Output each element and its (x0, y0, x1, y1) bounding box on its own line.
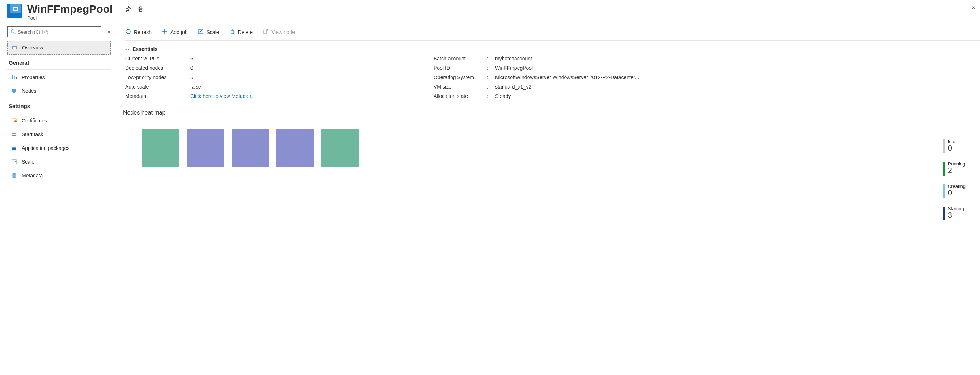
sidebar-item-app-packages[interactable]: Application packages (7, 141, 111, 155)
start-task-icon (11, 131, 18, 137)
sidebar-item-label: Certificates (22, 118, 47, 123)
heatmap-title: Nodes heat map (123, 109, 980, 116)
sidebar-item-certificates[interactable]: Certificates (7, 114, 111, 128)
scale-button[interactable]: Scale (198, 28, 219, 35)
sidebar-item-label: Overview (22, 45, 43, 51)
delete-button[interactable]: Delete (229, 28, 253, 35)
ess-label: Metadata (125, 93, 180, 99)
essentials-label: Essentials (132, 46, 158, 52)
ess-value-batchaccount: mybatchaccount (495, 55, 639, 62)
essentials-right: Batch account : mybatchaccount Pool ID :… (434, 55, 639, 99)
print-icon[interactable] (137, 5, 145, 13)
button-label: Add job (170, 29, 188, 35)
sidebar-item-properties[interactable]: Properties (7, 70, 111, 84)
page-title: WinFFmpegPool (27, 4, 113, 14)
essentials-toggle[interactable]: ︿ Essentials (125, 46, 980, 52)
essentials-left: Current vCPUs : 5 Dedicated nodes : 0 Lo… (125, 55, 253, 99)
toolbar: Refresh Add job Scale Delete (125, 24, 980, 41)
collapse-sidebar-icon[interactable]: « (108, 28, 111, 35)
button-label: Refresh (134, 29, 152, 35)
heatmap-node[interactable] (232, 129, 269, 166)
heatmap (125, 129, 980, 166)
heatmap-node[interactable] (321, 129, 359, 166)
ess-label: Auto scale (125, 84, 180, 90)
svg-rect-3 (14, 8, 18, 10)
svg-rect-5 (140, 6, 142, 8)
sidebar-group-settings: Settings (7, 98, 111, 112)
pool-icon (7, 4, 22, 18)
button-label: Delete (238, 29, 253, 35)
essentials-grid: Current vCPUs : 5 Dedicated nodes : 0 Lo… (125, 55, 980, 99)
svg-point-7 (11, 29, 14, 33)
svg-rect-14 (12, 89, 16, 92)
app-packages-icon (11, 145, 18, 151)
ess-value-lowpriority: 5 (190, 74, 253, 80)
svg-point-17 (14, 120, 17, 122)
external-icon (263, 28, 269, 35)
legend-count: 0 (948, 144, 955, 152)
heatmap-tiles (142, 129, 359, 166)
divider (7, 113, 111, 113)
sidebar-item-label: Application packages (22, 145, 70, 151)
button-label: Scale (207, 29, 219, 35)
scale-icon (11, 159, 18, 165)
svg-line-8 (14, 32, 16, 33)
heatmap-node[interactable] (142, 129, 180, 166)
svg-point-23 (12, 173, 16, 175)
search-icon (11, 29, 16, 35)
sidebar: « Overview General Properties Nodes Sett… (7, 24, 111, 182)
svg-rect-29 (231, 30, 234, 33)
sidebar-item-label: Metadata (22, 173, 43, 179)
legend-color-idle (943, 139, 945, 153)
legend-starting: Starting 3 (943, 206, 966, 222)
svg-point-25 (12, 176, 16, 178)
close-icon[interactable]: × (971, 4, 976, 12)
heatmap-node[interactable] (277, 129, 314, 166)
sidebar-item-overview[interactable]: Overview (7, 41, 111, 55)
ess-value-os: MicrosoftWindowsServer WindowsServer 201… (495, 74, 639, 80)
ess-label: Operating System (434, 74, 484, 80)
pin-icon[interactable] (124, 5, 131, 13)
ess-value-vcpus: 5 (190, 55, 253, 62)
legend-color-starting (943, 207, 945, 220)
metadata-icon (11, 173, 18, 179)
sidebar-item-label: Scale (22, 159, 34, 165)
button-label: View node (271, 29, 295, 35)
page-header: WinFFmpegPool Pool (0, 0, 980, 24)
legend-count: 0 (948, 189, 966, 197)
legend-count: 2 (948, 166, 965, 174)
view-node-button: View node (263, 28, 295, 35)
heatmap-node[interactable] (187, 129, 224, 166)
divider (7, 70, 111, 70)
search-box[interactable] (7, 26, 101, 37)
ess-label: Allocation state (434, 93, 484, 99)
sidebar-item-start-task[interactable]: Start task (7, 128, 111, 141)
svg-rect-15 (13, 92, 15, 93)
legend-color-creating (943, 184, 945, 198)
refresh-button[interactable]: Refresh (125, 28, 152, 35)
properties-icon (11, 74, 18, 80)
metadata-link[interactable]: Click here to view Metadata (190, 93, 253, 99)
svg-rect-12 (14, 76, 15, 79)
sidebar-item-nodes[interactable]: Nodes (7, 84, 111, 98)
svg-point-24 (12, 175, 16, 176)
sidebar-item-label: Properties (22, 74, 45, 80)
search-input[interactable] (18, 29, 98, 35)
ess-value-poolid: WinFFmpegPool (495, 65, 639, 71)
heatmap-legend: Idle 0 Running 2 Creating 0 Starting 3 (943, 139, 966, 222)
svg-rect-32 (264, 30, 267, 33)
svg-rect-13 (16, 77, 17, 79)
certificates-icon (11, 118, 18, 123)
ess-label: Pool ID (434, 65, 484, 71)
svg-rect-19 (12, 135, 16, 136)
scale-icon (198, 28, 204, 35)
overview-icon (11, 45, 18, 51)
sidebar-group-general: General (7, 55, 111, 69)
divider (125, 105, 980, 105)
legend-running: Running 2 (943, 161, 966, 177)
svg-rect-18 (12, 133, 16, 134)
sidebar-item-metadata[interactable]: Metadata (7, 169, 111, 182)
sidebar-item-scale[interactable]: Scale (7, 155, 111, 169)
add-job-button[interactable]: Add job (162, 28, 188, 35)
ess-label: Batch account (434, 55, 484, 62)
